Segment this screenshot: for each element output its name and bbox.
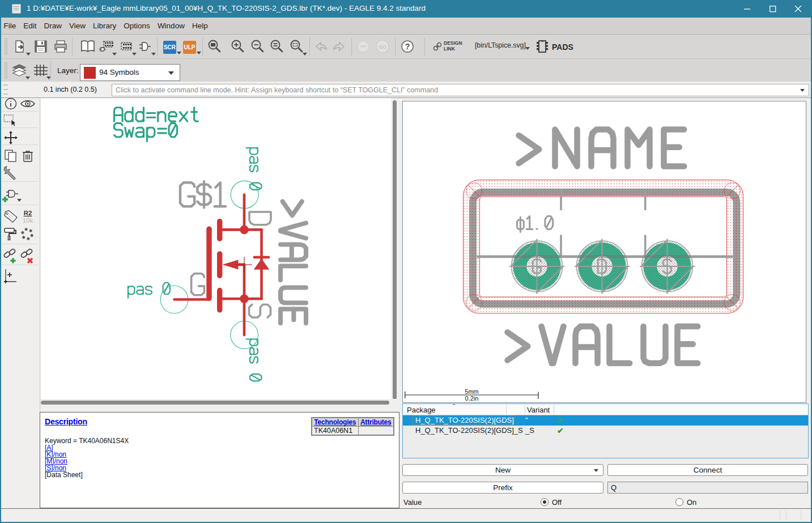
zoom-fit-button[interactable] [204,36,226,57]
zoom-exact-button[interactable] [266,36,288,57]
package-value-text [508,326,698,363]
pads-button[interactable]: PADS [535,37,575,56]
zoom-select-button[interactable] [286,36,308,57]
package-button[interactable] [116,36,137,57]
menu-file[interactable]: File [0,18,20,34]
layer-combobox[interactable]: 94 Symbols [80,64,180,81]
info-tool[interactable] [2,96,19,112]
disconnect-pins-tool[interactable] [19,248,36,263]
variant-cell[interactable]: _S [525,426,534,435]
attribute-cell[interactable] [358,427,394,436]
grid-button[interactable] [30,59,52,81]
symbol-canvas[interactable] [41,98,391,399]
menu-edit[interactable]: Edit [20,18,40,34]
minimize-button[interactable] [734,0,760,18]
close-button[interactable] [785,0,811,18]
variant-cell[interactable]: " [525,416,528,424]
scr-button[interactable]: SCR [163,41,176,54]
pad-d[interactable] [575,239,630,294]
tool-palette: R210k [0,98,40,508]
connect-button[interactable]: Connect [607,464,808,476]
package-row-1[interactable]: H_Q_TK_TO-220SIS(2)[GDS]_S_S✔ [403,426,808,436]
device-icon [99,40,114,53]
delete-tool[interactable] [19,148,36,164]
technology-cell[interactable]: TK40A06N1 [312,427,358,436]
commandbar-grip[interactable] [3,84,8,95]
move-tool[interactable] [2,130,19,146]
zoom-in-button[interactable] [227,36,249,57]
technologies-header[interactable]: Technologies [312,418,358,427]
export-button[interactable] [10,36,31,57]
pad-s[interactable] [640,239,695,294]
scale-in-label: 0.2in [465,395,479,402]
value-tool[interactable]: R210k [19,209,36,225]
stop-button[interactable] [352,36,374,57]
show-tool[interactable] [19,96,36,112]
layer-settings-button[interactable] [9,59,31,81]
menu-view[interactable]: View [66,18,90,34]
redo-button[interactable] [328,36,350,57]
ulp-button[interactable]: ULP [183,41,196,54]
mark-tool[interactable] [2,268,19,284]
device-button[interactable] [96,36,117,57]
menu-help[interactable]: Help [188,18,211,34]
focus-outline [413,415,515,425]
print-button[interactable] [50,36,71,57]
prefix-input[interactable]: Q [607,482,808,494]
vscrollbar-thumb[interactable] [393,100,397,399]
pin-name-g [192,274,205,295]
pads-label: PADS [552,42,573,52]
package-name-cell[interactable]: H_Q_TK_TO-220SIS(2)[GDS]_S [415,426,523,435]
package-canvas[interactable]: 5mm0.2in [402,101,806,403]
new-button[interactable]: New [402,464,603,476]
go-icon: GO [375,39,390,54]
add-gate-tool[interactable] [2,188,19,203]
variant-column-header[interactable]: Variant [527,406,550,414]
command-line-input[interactable]: Click to activate command line mode. Hin… [112,84,809,96]
menu-draw[interactable]: Draw [40,18,66,34]
group-select-tool[interactable] [2,113,19,129]
attributes-header[interactable]: Attributes [358,418,394,427]
chevron-down-icon [197,52,201,54]
prefix-button[interactable]: Prefix [402,482,603,494]
name-tool[interactable] [2,209,19,225]
check-icon: ✔ [557,426,564,435]
link-icon [433,42,442,51]
toolbar-grip[interactable] [5,38,7,55]
chevron-down-icon [17,199,22,202]
pin-name-s [249,305,271,318]
package-icon [119,40,134,53]
package-column-header[interactable]: Package [407,406,436,414]
connect-pins-tool[interactable] [2,248,19,263]
menu-window[interactable]: Window [154,18,188,34]
connect-pins-icon [2,248,19,263]
save-button[interactable] [30,36,52,57]
value-off-radio[interactable] [541,498,549,506]
help-button[interactable]: ? [397,36,418,57]
go-button[interactable]: GO [372,36,393,57]
symbol-canvas-hscrollbar[interactable] [41,399,398,406]
maximize-button[interactable] [760,0,785,18]
change-tool[interactable] [2,165,19,181]
package-row-0[interactable]: H_Q_TK_TO-220SIS(2)[GDS]"✔ [403,415,808,426]
toolbar-grip[interactable] [5,62,7,79]
zoom-out-button[interactable] [247,36,269,57]
value-on-radio[interactable] [675,498,683,506]
copy-tool[interactable] [2,148,19,164]
command-bar: 0.1 inch (0.2 0.5) Click to activate com… [0,82,812,98]
symbol-canvas-vscrollbar[interactable] [391,98,398,399]
replace-tool[interactable] [19,226,36,242]
package-name-text [519,130,685,167]
paint-tool[interactable] [2,226,19,242]
pad-g[interactable] [509,239,564,294]
ltspice-button[interactable]: [bin/LTspice.svg] [475,41,526,49]
panel-splitter[interactable] [398,98,402,406]
design-link-button[interactable]: DESIGN LINK [433,38,464,55]
description-link[interactable]: Description [45,417,87,426]
save-icon [34,40,48,53]
menu-library[interactable]: Library [90,18,120,34]
toolbar-separator [395,37,396,56]
menu-options[interactable]: Options [120,18,154,34]
hscrollbar-thumb[interactable] [41,401,389,405]
symbol-button[interactable] [135,36,156,57]
